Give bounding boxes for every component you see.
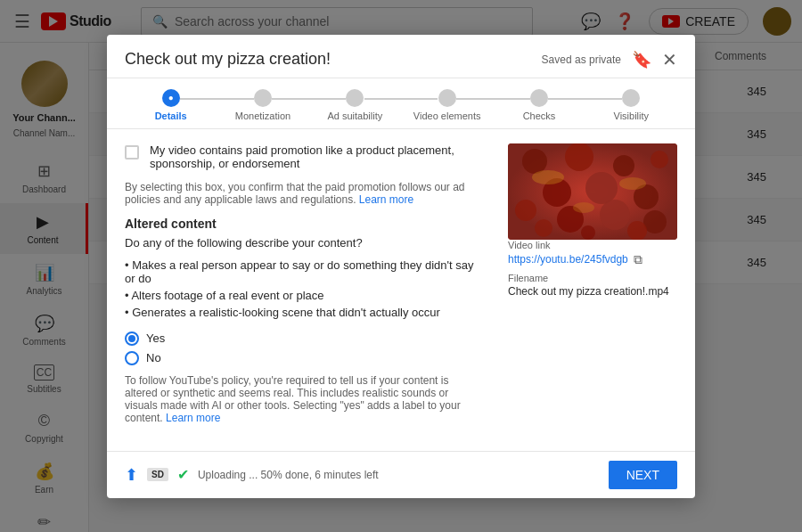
- altered-content-question: Do any of the following describe your co…: [125, 236, 483, 250]
- step-circle-checks: [530, 89, 548, 107]
- check-circle-icon: ✔: [177, 466, 189, 483]
- svg-point-10: [600, 200, 630, 230]
- upload-arrow-icon[interactable]: ⬆: [125, 465, 138, 485]
- paid-promo-label: My video contains paid promotion like a …: [150, 143, 483, 170]
- upload-status: Uploading ... 50% done, 6 minutes left: [198, 469, 379, 481]
- upload-modal: Check out my pizza creation! Saved as pr…: [107, 35, 695, 498]
- step-video-elements[interactable]: Video elements: [401, 89, 493, 121]
- step-visibility[interactable]: Visibility: [585, 89, 677, 121]
- step-checks[interactable]: Checks: [493, 89, 585, 121]
- bullet-2: Alters footage of a real event or place: [125, 287, 483, 304]
- svg-point-15: [532, 170, 564, 184]
- step-monetization[interactable]: Monetization: [217, 89, 308, 121]
- modal-close-button[interactable]: ✕: [662, 49, 677, 70]
- radio-no[interactable]: [125, 351, 139, 365]
- radio-yes-label: Yes: [146, 331, 165, 345]
- paid-promo-text: My video contains paid promotion like a …: [150, 143, 483, 170]
- video-link-row: https://youtu.be/245fvdgb ⧉: [508, 252, 677, 267]
- step-label-monetization: Monetization: [235, 110, 291, 121]
- modal-header: Check out my pizza creation! Saved as pr…: [107, 35, 695, 78]
- svg-point-8: [515, 200, 536, 221]
- svg-point-6: [585, 172, 618, 204]
- paid-promo-checkbox[interactable]: [125, 145, 139, 160]
- filename-value: Check out my pizza creation!.mp4: [508, 285, 677, 298]
- video-link[interactable]: https://youtu.be/245fvdgb: [508, 253, 628, 266]
- svg-point-4: [651, 151, 668, 168]
- step-label-details: Details: [155, 110, 187, 121]
- footer-left: ⬆ SD ✔ Uploading ... 50% done, 6 minutes…: [125, 465, 379, 485]
- svg-point-16: [619, 177, 646, 190]
- copy-icon[interactable]: ⧉: [634, 252, 642, 267]
- modal-footer: ⬆ SD ✔ Uploading ... 50% done, 6 minutes…: [107, 451, 695, 498]
- step-circle-ad: [346, 89, 364, 107]
- modal-overlay: Check out my pizza creation! Saved as pr…: [0, 0, 802, 532]
- pizza-thumbnail: [508, 143, 677, 240]
- radio-yes-row[interactable]: Yes: [125, 331, 483, 346]
- radio-yes[interactable]: [125, 331, 139, 346]
- pizza-svg: [508, 143, 677, 240]
- policy-learn-more[interactable]: Learn more: [166, 412, 220, 424]
- bullet-1: Makes a real person appear to say or do …: [125, 257, 483, 287]
- step-label-ad: Ad suitability: [327, 110, 382, 121]
- next-button[interactable]: NEXT: [609, 461, 677, 489]
- altered-content-title: Altered content: [125, 217, 483, 231]
- paid-promo-learn-more[interactable]: Learn more: [359, 193, 413, 206]
- step-circle-details: ●: [162, 89, 180, 107]
- save-icon[interactable]: 🔖: [632, 50, 651, 70]
- video-link-section: Video link https://youtu.be/245fvdgb ⧉: [508, 240, 677, 267]
- svg-point-13: [581, 225, 595, 240]
- step-ad-suitability[interactable]: Ad suitability: [309, 89, 401, 121]
- altered-content-bullets: Makes a real person appear to say or do …: [125, 257, 483, 321]
- svg-point-17: [573, 202, 594, 213]
- stepper: ● Details Monetization Ad suitability Vi…: [107, 78, 695, 129]
- step-circle-monetization: [254, 89, 272, 107]
- filename-section: Filename Check out my pizza creation!.mp…: [508, 273, 677, 298]
- svg-point-12: [535, 219, 552, 237]
- saved-badge: Saved as private: [542, 53, 621, 66]
- modal-form: My video contains paid promotion like a …: [125, 143, 490, 437]
- svg-point-14: [627, 221, 647, 240]
- modal-video-sidebar: Video link https://youtu.be/245fvdgb ⧉ F…: [508, 143, 677, 437]
- svg-point-1: [522, 149, 547, 174]
- policy-note: To follow YouTube's policy, you're requi…: [125, 374, 483, 424]
- step-label-checks: Checks: [523, 110, 556, 121]
- step-circle-visibility: [622, 89, 640, 107]
- auto-chapters-title: Automatic chapters: [125, 435, 483, 437]
- svg-point-3: [613, 155, 634, 176]
- paid-promo-row: My video contains paid promotion like a …: [125, 143, 483, 170]
- modal-body: My video contains paid promotion like a …: [107, 129, 695, 451]
- step-circle-elements: [438, 89, 456, 107]
- filename-label: Filename: [508, 273, 677, 283]
- step-details[interactable]: ● Details: [125, 89, 217, 121]
- radio-no-label: No: [146, 351, 161, 364]
- video-link-label: Video link: [508, 240, 677, 250]
- bullet-3: Generates a realistic-looking scene that…: [125, 304, 483, 321]
- modal-header-right: Saved as private 🔖 ✕: [542, 49, 677, 70]
- sd-badge: SD: [147, 468, 168, 481]
- svg-point-2: [565, 143, 593, 171]
- step-label-elements: Video elements: [413, 110, 481, 121]
- modal-title: Check out my pizza creation!: [125, 50, 331, 69]
- paid-promo-desc: By selecting this box, you confirm that …: [125, 181, 483, 206]
- radio-no-row[interactable]: No: [125, 351, 483, 365]
- step-label-visibility: Visibility: [614, 110, 650, 121]
